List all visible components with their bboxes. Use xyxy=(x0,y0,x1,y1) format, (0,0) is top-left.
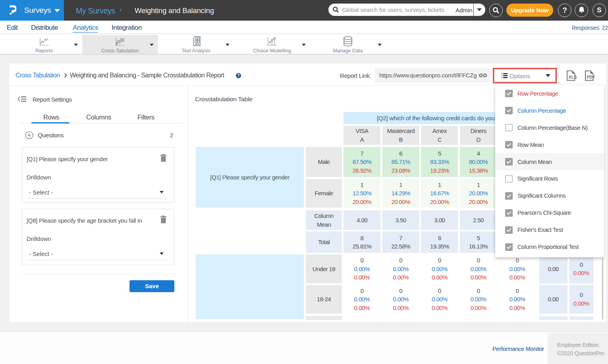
svg-text:PDF: PDF xyxy=(587,75,596,79)
svg-text:XLS: XLS xyxy=(569,75,577,79)
